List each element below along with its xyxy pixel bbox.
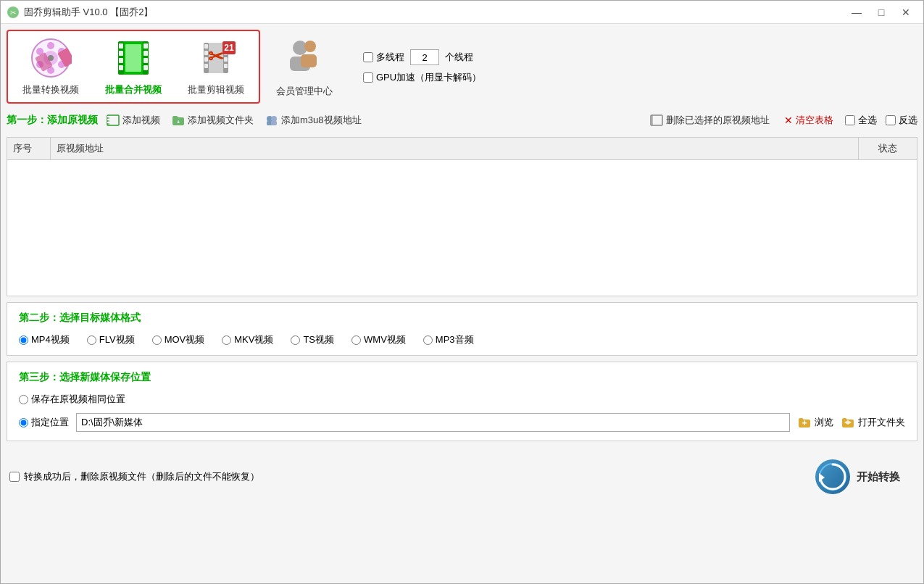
format-ts-radio[interactable]: [291, 335, 300, 345]
delete-selected-button[interactable]: 删除已选择的原视频地址: [647, 112, 773, 128]
step1-label: 第一步：添加原视频: [7, 114, 98, 127]
deselect-checkbox[interactable]: [886, 115, 896, 125]
save-same-location-radio[interactable]: [19, 395, 28, 404]
svg-rect-46: [107, 119, 109, 120]
member-center-button[interactable]: 会员管理中心: [272, 34, 337, 99]
format-wmv-label[interactable]: WMV视频: [351, 333, 406, 346]
video-table: 序号 原视频地址 状态: [7, 137, 917, 296]
browse-label: 浏览: [815, 416, 833, 429]
film-strip-green-svg: [112, 37, 154, 79]
clear-table-button[interactable]: ✕ 清空表格: [781, 112, 836, 128]
delete-after-convert-checkbox[interactable]: [9, 472, 20, 482]
start-convert-button[interactable]: 开始转换: [800, 453, 915, 501]
gpu-accel-checkbox[interactable]: [363, 72, 373, 83]
format-mp4-label[interactable]: MP4视频: [19, 333, 70, 346]
format-mp3-radio[interactable]: [423, 335, 433, 345]
format-mp3-label[interactable]: MP3音频: [423, 333, 474, 346]
delete-selected-icon: [650, 114, 663, 126]
open-folder-button[interactable]: 打开文件夹: [841, 416, 905, 429]
browse-button[interactable]: 浏览: [797, 416, 833, 429]
start-convert-label: 开始转换: [857, 470, 900, 484]
format-mp4-radio[interactable]: [19, 335, 28, 345]
svg-rect-54: [651, 115, 653, 125]
svg-rect-18: [119, 58, 123, 63]
batch-convert-label: 批量转换视频: [22, 83, 79, 96]
open-folder-icon: [841, 416, 855, 429]
svg-text:+: +: [177, 119, 180, 125]
table-header: 序号 原视频地址 状态: [7, 138, 917, 160]
svg-rect-52: [271, 121, 277, 125]
svg-point-5: [47, 42, 54, 49]
format-ts-text: TS视频: [303, 333, 334, 346]
thread-count-input[interactable]: [410, 49, 439, 65]
start-btn-area: 开始转换: [800, 453, 915, 501]
member-center-label: 会员管理中心: [276, 85, 333, 98]
clear-table-label: 清空表格: [796, 114, 833, 127]
add-folder-button[interactable]: + 添加视频文件夹: [169, 112, 257, 128]
app-icon: ✂: [7, 6, 20, 19]
select-all-label[interactable]: 全选: [845, 114, 877, 127]
options-area: 多线程 个线程 GPU加速（用显卡解码）: [363, 49, 481, 84]
format-mkv-label[interactable]: MKV视频: [222, 333, 273, 346]
table-body: [7, 160, 917, 276]
batch-merge-label: 批量合并视频: [105, 83, 162, 96]
svg-rect-23: [143, 65, 148, 70]
delete-after-convert-text: 转换成功后，删除原视频文件（删除后的文件不能恢复）: [24, 470, 259, 483]
open-folder-label: 打开文件夹: [858, 416, 905, 429]
add-m3u8-button[interactable]: 添加m3u8视频地址: [262, 112, 365, 128]
toolbar-right: 删除已选择的原视频地址 ✕ 清空表格 全选 反选: [647, 112, 917, 128]
batch-clip-button[interactable]: ✂ 21 批量剪辑视频: [176, 34, 256, 99]
format-mov-label[interactable]: MOV视频: [152, 333, 205, 346]
save-specified-label[interactable]: 指定位置: [19, 416, 69, 429]
format-flv-text: FLV视频: [99, 333, 135, 346]
batch-convert-button[interactable]: 批量转换视频: [11, 34, 91, 99]
deselect-label[interactable]: 反选: [886, 114, 917, 127]
member-center-icon: [283, 36, 326, 80]
save-specified-radio[interactable]: [19, 418, 28, 427]
select-all-checkbox[interactable]: [845, 115, 855, 125]
step3-section: 第三步：选择新媒体保存位置 保存在原视频相同位置 指定位置: [7, 362, 917, 441]
start-icon: [815, 459, 851, 495]
step2-label: 第二步：选择目标媒体格式: [19, 312, 905, 325]
batch-merge-button[interactable]: 批量合并视频: [93, 34, 173, 99]
save-same-location-label[interactable]: 保存在原视频相同位置: [19, 393, 125, 406]
save-specified-text: 指定位置: [31, 416, 69, 429]
save-path-input[interactable]: [76, 413, 790, 432]
window-title: 固乔剪辑助手 V10.0 【固乔2】: [24, 6, 153, 19]
maximize-button[interactable]: □: [870, 4, 893, 21]
step1-row: 第一步：添加原视频 添加视频 +: [7, 109, 917, 131]
delete-after-convert-label[interactable]: 转换成功后，删除原视频文件（删除后的文件不能恢复）: [9, 470, 259, 483]
toolbar-area: 批量转换视频: [7, 30, 917, 104]
svg-rect-24: [125, 44, 141, 72]
select-all-text: 全选: [858, 114, 877, 127]
svg-rect-17: [119, 51, 123, 56]
save-specified-row: 指定位置 浏览: [19, 413, 905, 432]
format-mp3-text: MP3音频: [436, 333, 474, 346]
format-mkv-text: MKV视频: [234, 333, 273, 346]
add-m3u8-label: 添加m3u8视频地址: [281, 114, 362, 127]
multi-thread-checkbox[interactable]: [363, 52, 373, 62]
format-mov-radio[interactable]: [152, 335, 162, 345]
format-ts-label[interactable]: TS视频: [291, 333, 334, 346]
multi-thread-checkbox-label[interactable]: 多线程: [363, 51, 404, 64]
svg-rect-19: [119, 65, 123, 70]
gpu-accel-checkbox-label[interactable]: GPU加速（用显卡解码）: [363, 71, 481, 84]
thread-unit: 个线程: [445, 51, 473, 64]
multi-thread-label: 多线程: [376, 51, 404, 64]
svg-rect-56: [804, 421, 806, 425]
minimize-button[interactable]: —: [845, 4, 868, 21]
gpu-accel-row: GPU加速（用显卡解码）: [363, 71, 481, 84]
format-flv-radio[interactable]: [87, 335, 96, 345]
format-flv-label[interactable]: FLV视频: [87, 333, 135, 346]
step3-label: 第三步：选择新媒体保存位置: [19, 371, 905, 384]
format-mkv-radio[interactable]: [222, 335, 231, 345]
title-bar: ✂ 固乔剪辑助手 V10.0 【固乔2】 — □ ✕: [1, 1, 923, 24]
film-reel-svg: [30, 37, 72, 79]
format-wmv-radio[interactable]: [351, 335, 361, 345]
save-same-location-row: 保存在原视频相同位置: [19, 393, 905, 406]
add-folder-label: 添加视频文件夹: [188, 114, 254, 127]
close-button[interactable]: ✕: [894, 4, 917, 21]
format-wmv-text: WMV视频: [364, 333, 406, 346]
add-video-button[interactable]: 添加视频: [104, 112, 163, 128]
tool-buttons-group: 批量转换视频: [7, 30, 260, 104]
